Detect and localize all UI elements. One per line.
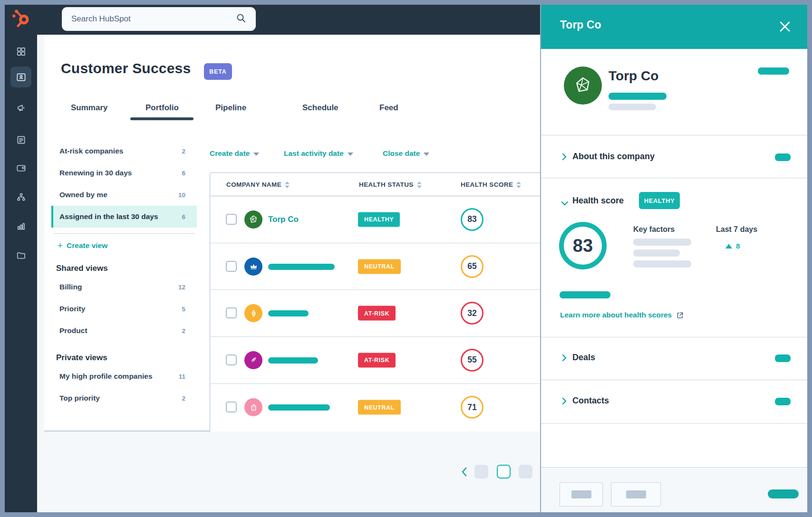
view-item-high-profile[interactable]: My high profile companies 11 <box>51 365 197 387</box>
view-item-product[interactable]: Product 2 <box>51 320 197 342</box>
filter-last-activity-date[interactable]: Last activity date <box>284 147 353 160</box>
row-checkbox[interactable] <box>226 307 237 318</box>
learn-more-link[interactable]: Learn more about health scores <box>560 311 684 319</box>
view-item-top-priority[interactable]: Top priority 2 <box>51 387 197 409</box>
table-row[interactable]: Torp Co HEALTHY 83 <box>210 196 540 243</box>
external-link-icon <box>676 311 684 319</box>
about-section-title[interactable]: About this company <box>572 152 655 162</box>
filter-close-date[interactable]: Close date <box>383 147 429 160</box>
automation-org-icon[interactable] <box>10 186 31 207</box>
view-item-at-risk[interactable]: At-risk companies 2 <box>51 140 197 162</box>
sort-icon[interactable] <box>417 182 422 188</box>
wallet-commerce-icon[interactable] <box>10 157 31 178</box>
main-content: Customer Success BETA Summary Portfolio … <box>37 35 540 512</box>
building-icon <box>249 402 259 412</box>
search-icon[interactable] <box>236 13 246 25</box>
redacted-company-domain[interactable] <box>609 93 667 100</box>
company-name: Torp Co <box>609 68 658 84</box>
view-count: 2 <box>182 395 185 402</box>
deals-section-action[interactable] <box>775 354 791 362</box>
redacted-company-name[interactable] <box>268 310 309 316</box>
reporting-chart-icon[interactable] <box>10 215 31 236</box>
redacted-company-name[interactable] <box>268 404 330 411</box>
contacts-section-title[interactable]: Contacts <box>572 396 609 406</box>
view-count: 5 <box>182 306 185 313</box>
pagination-prev-button[interactable] <box>459 465 469 479</box>
table-row[interactable]: NEUTRAL 71 <box>210 384 540 431</box>
close-button[interactable] <box>778 19 792 34</box>
sort-icon[interactable] <box>516 182 521 188</box>
about-section-action[interactable] <box>775 153 791 161</box>
gem-icon <box>572 75 593 96</box>
health-section-title[interactable]: Health score <box>572 196 624 206</box>
close-icon <box>780 21 790 32</box>
row-checkbox[interactable] <box>226 214 237 225</box>
hubspot-logo-icon[interactable] <box>11 9 31 29</box>
table-header: COMPANY NAME HEALTH STATUS HEALTH SCORE <box>210 173 540 196</box>
column-header-score[interactable]: HEALTH SCORE <box>461 173 521 196</box>
contacts-crm-icon[interactable] <box>10 67 31 87</box>
contacts-section-action[interactable] <box>775 398 791 405</box>
sort-icon[interactable] <box>285 182 290 188</box>
health-status-badge: HEALTHY <box>639 192 680 209</box>
row-checkbox[interactable] <box>226 261 237 272</box>
view-item-priority[interactable]: Priority 5 <box>51 298 197 320</box>
pagination-page-button[interactable] <box>474 465 488 479</box>
megaphone-marketing-icon[interactable] <box>10 97 31 118</box>
tab-portfolio[interactable]: Portfolio <box>145 101 179 115</box>
create-view-button[interactable]: + Create view <box>51 235 197 256</box>
redacted-factor-bar <box>633 260 691 268</box>
footer-secondary-button[interactable] <box>611 482 661 507</box>
chevron-down-icon <box>253 153 259 156</box>
table-row[interactable]: NEUTRAL 65 <box>210 243 540 290</box>
footer-primary-button[interactable] <box>768 489 799 498</box>
chevron-right-icon[interactable] <box>562 397 567 407</box>
column-header-company[interactable]: COMPANY NAME <box>226 173 290 196</box>
view-item-billing[interactable]: Billing 12 <box>51 276 197 298</box>
panel-actions-button[interactable] <box>758 67 789 75</box>
filter-create-date[interactable]: Create date <box>210 147 259 160</box>
content-doc-icon[interactable] <box>10 129 31 150</box>
health-score-circle: 32 <box>461 302 483 325</box>
global-search[interactable] <box>62 7 256 31</box>
redacted-company-meta <box>609 104 656 110</box>
tab-summary[interactable]: Summary <box>71 101 107 115</box>
health-status-badge: NEUTRAL <box>358 259 401 274</box>
view-item-renewing[interactable]: Renewing in 30 days 6 <box>51 162 197 184</box>
table-row[interactable]: AT-RISK 55 <box>210 337 540 384</box>
pagination-page-button[interactable] <box>519 465 532 479</box>
chevron-down-icon <box>348 153 353 156</box>
view-item-owned-by-me[interactable]: Owned by me 10 <box>51 184 197 206</box>
company-avatar-large <box>564 67 602 105</box>
chevron-right-icon[interactable] <box>562 153 567 163</box>
pagination-current-page[interactable] <box>497 465 511 479</box>
tab-pipeline[interactable]: Pipeline <box>215 101 246 115</box>
redacted-company-name[interactable] <box>268 357 318 364</box>
redacted-company-name[interactable] <box>268 264 335 270</box>
grid-apps-icon[interactable] <box>10 41 31 62</box>
table-row[interactable]: AT-RISK 32 <box>210 290 540 337</box>
deals-section-title[interactable]: Deals <box>572 353 595 363</box>
column-header-status[interactable]: HEALTH STATUS <box>359 173 422 196</box>
sidebar-nav <box>5 5 37 512</box>
chevron-down-icon[interactable] <box>561 199 569 208</box>
row-checkbox[interactable] <box>226 402 237 412</box>
company-name-link[interactable]: Torp Co <box>268 215 299 224</box>
chevron-right-icon[interactable] <box>562 354 567 364</box>
health-details-button[interactable] <box>560 291 610 298</box>
top-navbar <box>37 5 540 35</box>
footer-secondary-button[interactable] <box>560 482 603 507</box>
views-sidebar: At-risk companies 2 Renewing in 30 days … <box>51 140 197 409</box>
view-count: 11 <box>179 373 185 380</box>
search-input[interactable] <box>62 14 236 24</box>
page-title: Customer Success <box>61 60 191 77</box>
views-divider <box>53 233 195 234</box>
tab-schedule[interactable]: Schedule <box>302 101 338 115</box>
folder-library-icon[interactable] <box>10 245 31 266</box>
view-count: 6 <box>182 170 185 177</box>
row-checkbox[interactable] <box>226 354 237 365</box>
view-item-assigned-last-30-days[interactable]: Assigned in the last 30 days 6 <box>51 206 197 228</box>
redacted-button-label <box>626 490 646 498</box>
health-status-badge: HEALTHY <box>358 212 400 227</box>
tab-feed[interactable]: Feed <box>379 101 398 115</box>
